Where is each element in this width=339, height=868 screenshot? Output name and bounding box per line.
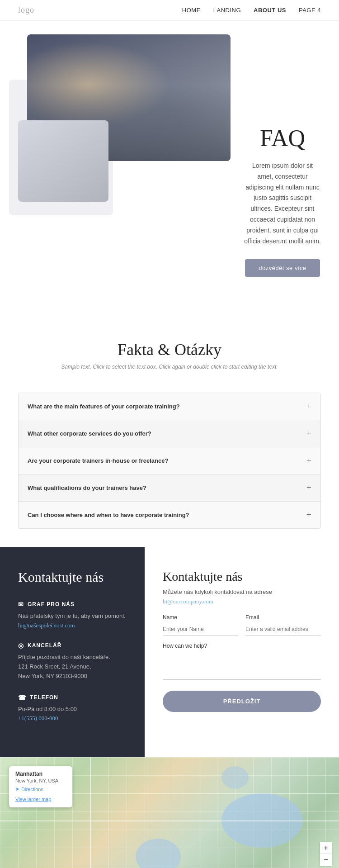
accordion: What are the main features of your corpo…: [18, 393, 321, 529]
hero-section: FAQ Lorem ipsum dolor sit amet, consecte…: [0, 21, 339, 295]
map-water-2: [136, 839, 181, 868]
faq-section: Fakta & Otázky Sample text. Click to sel…: [0, 322, 339, 393]
nav-links: HOME LANDING ABOUT US PAGE 4: [182, 7, 321, 14]
accordion-question-4: What qualifications do your trainers hav…: [28, 484, 146, 491]
accordion-icon-5: +: [306, 510, 311, 520]
faq-title: Fakta & Otázky: [18, 340, 321, 359]
map-water-3: [221, 766, 249, 789]
contact-phone-hours: Po-Pá od 8:00 do 5:00: [18, 705, 127, 714]
help-textarea[interactable]: [163, 653, 321, 680]
map-section: Manhattan New York, NY, USA ➤ Directions…: [0, 757, 339, 868]
accordion-item-1[interactable]: What are the main features of your corpo…: [19, 393, 320, 420]
spacer: [0, 295, 339, 322]
contact-office-label-text: KANCELÁŘ: [28, 642, 61, 649]
contact-email-label: ✉ GRAF PRO NÁS: [18, 601, 127, 608]
accordion-question-1: What are the main features of your corpo…: [28, 403, 180, 410]
contact-left: Kontaktujte nás ✉ GRAF PRO NÁS Náš přáte…: [0, 547, 145, 757]
contact-email-label-text: GRAF PRO NÁS: [28, 601, 75, 607]
map-road-2: [0, 821, 339, 821]
contact-form-row1: Name Email: [163, 614, 321, 636]
view-larger-map[interactable]: View larger map: [15, 797, 51, 802]
directions-label[interactable]: Directions: [21, 787, 43, 792]
zoom-in-button[interactable]: +: [320, 842, 332, 854]
email-group: Email: [245, 614, 321, 636]
hero-small-image: [18, 120, 108, 202]
help-group: How can we help?: [163, 643, 321, 682]
hero-small-image-inner: [18, 120, 108, 202]
hero-description: Lorem ipsum dolor sit amet, consectetur …: [244, 161, 321, 247]
hero-content: FAQ Lorem ipsum dolor sit amet, consecte…: [244, 34, 321, 277]
contact-right: Kontaktujte nás Můžete nás kdykoli konta…: [145, 547, 339, 757]
map-zoom-controls: + −: [320, 842, 332, 866]
accordion-item-4[interactable]: What qualifications do your trainers hav…: [19, 474, 320, 502]
nav-page4[interactable]: PAGE 4: [299, 7, 321, 14]
contact-office-block: ◎ KANCELÁŘ Přijďte pozdravit do naší kan…: [18, 642, 127, 681]
accordion-item-2[interactable]: What other corporate services do you off…: [19, 420, 320, 447]
hero-button[interactable]: dozvědět se více: [245, 259, 320, 277]
contact-phone-link[interactable]: +1(555) 000-000: [18, 715, 58, 721]
accordion-question-5: Can I choose where and when to have corp…: [28, 512, 189, 518]
contact-phone-block: ☎ TELEFON Po-Pá od 8:00 do 5:00 +1(555) …: [18, 694, 127, 722]
contact-right-email[interactable]: hi@ourcompany.com: [163, 598, 321, 605]
contact-email-block: ✉ GRAF PRO NÁS Náš přátelský tým je tu, …: [18, 601, 127, 629]
contact-office-label: ◎ KANCELÁŘ: [18, 642, 127, 649]
phone-icon: ☎: [18, 694, 26, 701]
name-group: Name: [163, 614, 238, 636]
help-label: How can we help?: [163, 643, 321, 649]
submit-button[interactable]: PŘEDLOŽIT: [163, 691, 321, 712]
contact-phone-label: ☎ TELEFON: [18, 694, 127, 701]
accordion-question-3: Are your corporate trainers in-house or …: [28, 457, 168, 464]
logo: logo: [18, 5, 34, 15]
map-road-4: [172, 757, 172, 868]
nav-about-us[interactable]: ABOUT US: [254, 7, 286, 14]
map-popup-title: Manhattan: [15, 771, 66, 777]
faq-subtitle: Sample text. Click to select the text bo…: [18, 364, 321, 370]
map-background: Manhattan New York, NY, USA ➤ Directions…: [0, 757, 339, 868]
map-popup-addr: New York, NY, USA: [15, 778, 66, 783]
contact-email-link[interactable]: hi@našespolečnost.com: [18, 622, 75, 629]
accordion-icon-4: +: [306, 483, 311, 493]
directions-icon: ➤: [15, 786, 19, 792]
zoom-out-button[interactable]: −: [320, 854, 332, 866]
name-input[interactable]: [163, 623, 238, 636]
accordion-icon-1: +: [306, 401, 311, 412]
map-directions[interactable]: ➤ Directions: [15, 786, 66, 792]
nav-landing[interactable]: LANDING: [213, 7, 241, 14]
accordion-item-5[interactable]: Can I choose where and when to have corp…: [19, 502, 320, 528]
contact-office-desc: Přijďte pozdravit do naší kanceláře.121 …: [18, 653, 127, 681]
location-icon: ◎: [18, 642, 24, 649]
navbar: logo HOME LANDING ABOUT US PAGE 4: [0, 0, 339, 21]
contact-phone-label-text: TELEFON: [30, 694, 58, 701]
accordion-item-3[interactable]: Are your corporate trainers in-house or …: [19, 447, 320, 474]
accordion-icon-2: +: [306, 428, 311, 439]
accordion-icon-3: +: [306, 455, 311, 466]
contact-right-subtitle: Můžete nás kdykoli kontaktovat na adrese: [163, 588, 321, 595]
email-label: Email: [245, 614, 321, 621]
nav-home[interactable]: HOME: [182, 7, 201, 14]
email-input[interactable]: [245, 623, 321, 636]
name-label: Name: [163, 614, 238, 621]
hero-image-wrapper: [18, 34, 136, 206]
hero-title: FAQ: [244, 125, 321, 152]
contact-section: Kontaktujte nás ✉ GRAF PRO NÁS Náš přáte…: [0, 547, 339, 757]
map-popup: Manhattan New York, NY, USA ➤ Directions…: [9, 766, 72, 807]
contact-email-desc: Náš přátelský tým je tu, aby vám pomohl.: [18, 612, 127, 621]
contact-right-title: Kontaktujte nás: [163, 569, 321, 584]
envelope-icon: ✉: [18, 601, 24, 608]
accordion-question-2: What other corporate services do you off…: [28, 430, 151, 437]
contact-left-title: Kontaktujte nás: [18, 569, 127, 585]
map-road-1: [90, 757, 91, 868]
